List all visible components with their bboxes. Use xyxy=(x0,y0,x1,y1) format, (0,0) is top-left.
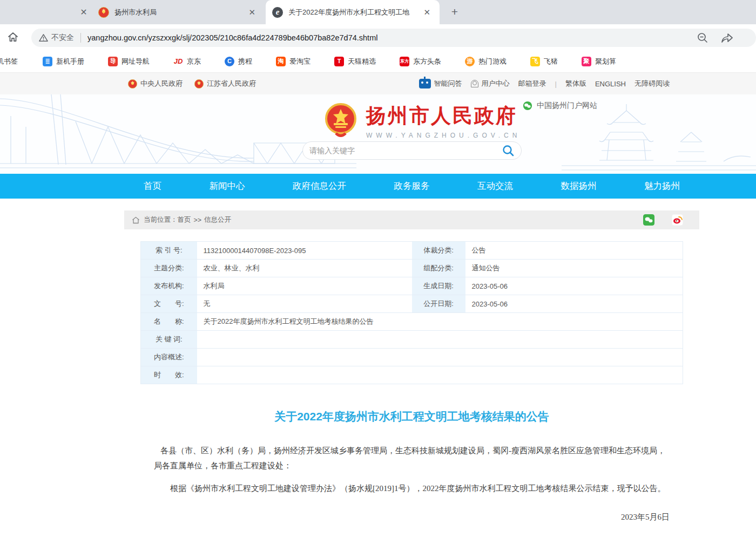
nav-site-icon: 导 xyxy=(108,57,118,66)
portal-text: 中国扬州门户网站 xyxy=(537,101,597,111)
bookmark-fliggy[interactable]: 飞 飞猪 xyxy=(526,55,562,69)
site-banner: 扬州市人民政府 WWW.YANGZHOU.GOV.CN 中国扬州门户网站 xyxy=(0,94,756,174)
meta-value: 2023-05-06 xyxy=(465,295,683,313)
bookmark-jd[interactable]: JD 京东 xyxy=(169,55,205,69)
nav-data[interactable]: 数据扬州 xyxy=(561,180,597,192)
divider xyxy=(80,33,81,43)
meta-label: 关 键 词: xyxy=(141,331,197,349)
gov-emblem-icon xyxy=(194,79,204,88)
bookmark-xinji-shouce[interactable]: ≣ 新机手册 xyxy=(38,55,89,69)
table-row: 主题分类: 农业、林业、水利 组配分类: 通知公告 xyxy=(141,260,683,277)
gov-emblem-icon xyxy=(128,79,137,88)
main-nav: 首页 新闻中心 政府信息公开 政务服务 互动交流 数据扬州 魅力扬州 xyxy=(0,174,756,199)
ctrip-icon: C xyxy=(225,57,234,66)
security-chip[interactable]: 不安全 xyxy=(39,33,74,43)
site-favicon: e xyxy=(272,7,283,18)
english-link[interactable]: ENGLISH xyxy=(595,80,626,88)
link-label: 邮箱登录 xyxy=(518,79,546,88)
tab-active-announcement[interactable]: e 关于2022年度扬州市水利工程文明工地 ✕ xyxy=(266,0,440,24)
bookmark-label: 东方头条 xyxy=(413,57,441,66)
search-input[interactable] xyxy=(309,146,502,155)
close-tab-icon[interactable]: ✕ xyxy=(77,6,90,19)
bookmark-ctrip[interactable]: C 携程 xyxy=(220,55,256,69)
home-icon xyxy=(132,216,140,224)
weibo-share-icon[interactable] xyxy=(672,214,683,226)
meta-value: 农业、林业、水利 xyxy=(197,260,412,277)
bookmark-label: 爱淘宝 xyxy=(289,57,310,66)
bookmark-aitaobao[interactable]: 淘 爱淘宝 xyxy=(272,55,315,69)
nav-services[interactable]: 政务服务 xyxy=(394,180,430,192)
url-text[interactable]: yangzhou.gov.cn/yzszxxgk/slj/202305/210c… xyxy=(87,33,377,42)
table-row: 文 号: 无 公开日期: 2023-05-06 xyxy=(141,295,683,313)
bookmark-remen-youxi[interactable]: 游 热门游戏 xyxy=(461,55,511,69)
accessibility-link[interactable]: 无障碍阅读 xyxy=(634,79,670,88)
bookmark-tmall[interactable]: T 天猫精选 xyxy=(330,55,380,69)
link-label: 用户中心 xyxy=(482,79,510,88)
zoom-out-icon[interactable] xyxy=(697,32,708,44)
close-tab-icon[interactable]: ✕ xyxy=(246,6,258,18)
bookmark-dongfang-toutiao[interactable]: 东方 东方头条 xyxy=(395,55,446,69)
page-content: 当前位置： 首页 >> 信息公开 索 xyxy=(0,199,756,538)
tmall-icon: T xyxy=(334,57,344,66)
tab-title: 关于2022年度扬州市水利工程文明工地 xyxy=(288,8,409,17)
table-row: 时 效: xyxy=(141,366,683,384)
site-logo[interactable]: 扬州市人民政府 WWW.YANGZHOU.GOV.CN xyxy=(324,103,521,139)
article-title: 关于2022年度扬州市水利工程文明工地考核结果的公告 xyxy=(124,409,699,424)
address-bar[interactable]: 不安全 yangzhou.gov.cn/yzszxxgk/slj/202305/… xyxy=(31,29,756,47)
juhuasuan-icon: 聚 xyxy=(582,57,591,66)
mail-login-link[interactable]: 邮箱登录 xyxy=(518,79,546,88)
table-row: 内容概述: xyxy=(141,349,683,366)
site-title: 扬州市人民政府 xyxy=(366,103,521,130)
breadcrumb-current[interactable]: 信息公开 xyxy=(204,215,231,224)
games-icon: 游 xyxy=(465,57,475,66)
security-label: 不安全 xyxy=(51,33,74,43)
meta-label: 公开日期: xyxy=(412,295,465,313)
search-icon[interactable] xyxy=(502,144,515,157)
meta-label: 内容概述: xyxy=(141,349,197,366)
meta-value xyxy=(197,331,683,349)
meta-label: 发布机构: xyxy=(141,277,197,295)
link-jiangsu-gov[interactable]: 江苏省人民政府 xyxy=(194,79,256,88)
nav-home[interactable]: 首页 xyxy=(144,180,161,192)
nav-interaction[interactable]: 互动交流 xyxy=(477,180,513,192)
breadcrumb-home-link[interactable]: 首页 xyxy=(178,215,191,224)
meta-value: 关于2022年度扬州市水利工程文明工地考核结果的公告 xyxy=(197,313,683,331)
bookmark-juhuasuan[interactable]: 聚 聚划算 xyxy=(577,55,620,69)
link-central-gov[interactable]: 中央人民政府 xyxy=(128,79,183,88)
meta-label: 主题分类: xyxy=(141,260,197,277)
link-label: ENGLISH xyxy=(595,80,626,88)
smart-qa-link[interactable]: 智能问答 xyxy=(419,79,462,88)
user-center-link[interactable]: 用户中心 xyxy=(471,79,510,88)
nav-news[interactable]: 新闻中心 xyxy=(210,180,245,192)
divider: | xyxy=(555,80,557,88)
meta-value xyxy=(197,349,683,366)
meta-label: 生成日期: xyxy=(412,277,465,295)
bookmark-jishuqian[interactable]: 机书签 xyxy=(0,55,22,69)
table-row: 发布机构: 水利局 生成日期: 2023-05-06 xyxy=(141,277,683,295)
bookmark-label: 天猫精选 xyxy=(348,57,376,66)
wechat-share-icon[interactable] xyxy=(643,214,654,226)
portal-label[interactable]: 中国扬州门户网站 xyxy=(523,101,597,111)
new-tab-button[interactable]: + xyxy=(447,4,462,19)
nav-charm[interactable]: 魅力扬州 xyxy=(644,180,680,192)
link-label: 江苏省人民政府 xyxy=(207,79,256,88)
meta-value: 公告 xyxy=(465,242,683,260)
article-paragraph: 各县（市、区）水利（务）局，扬州经济开发区城乡事务管理局，生态科技新城规划建设局… xyxy=(154,444,670,474)
bookmark-wangzhi-daohang[interactable]: 导 网址导航 xyxy=(104,55,154,69)
close-tab-icon[interactable]: ✕ xyxy=(421,6,433,18)
bookmark-label: 携程 xyxy=(238,57,252,66)
bookmark-label: 飞猪 xyxy=(544,57,558,66)
home-icon[interactable] xyxy=(6,31,19,44)
share-icon[interactable] xyxy=(720,32,733,44)
document-meta-table: 索 引 号: 11321000014407098E-2023-095 体裁分类:… xyxy=(140,241,683,384)
table-row: 索 引 号: 11321000014407098E-2023-095 体裁分类:… xyxy=(141,242,683,260)
link-label: 中央人民政府 xyxy=(140,79,183,88)
browser-tab-bar: ✕ 扬州市水利局 ✕ e 关于2022年度扬州市水利工程文明工地 ✕ + xyxy=(0,0,756,24)
meta-value: 水利局 xyxy=(197,277,412,295)
table-row: 名 称: 关于2022年度扬州市水利工程文明工地考核结果的公告 xyxy=(141,313,683,331)
nav-info-disclosure[interactable]: 政府信息公开 xyxy=(293,180,346,192)
tab-shuiliju[interactable]: 扬州市水利局 ✕ xyxy=(92,0,265,24)
bridge-sketch-art xyxy=(0,94,356,174)
traditional-chinese-link[interactable]: 繁体版 xyxy=(565,79,586,88)
article-paragraph: 根据《扬州市水利工程文明工地建设管理办法》（扬水规[2019]1号），2022年… xyxy=(154,481,670,496)
